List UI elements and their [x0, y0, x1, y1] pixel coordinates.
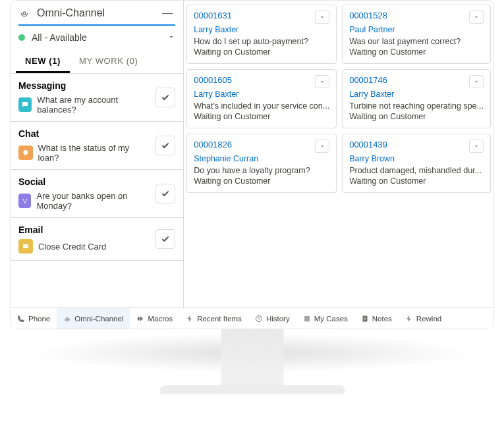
case-status: Waiting on Customer [349, 112, 484, 121]
utility-label: History [266, 315, 290, 323]
case-menu-button[interactable] [315, 140, 329, 153]
email-icon [18, 239, 33, 254]
utility-macros[interactable]: Macros [130, 308, 179, 329]
accept-button[interactable] [155, 88, 175, 107]
case-subject: Product damaged, mishandled dur... [349, 166, 484, 175]
messaging-icon [18, 97, 32, 112]
utility-history[interactable]: History [248, 308, 296, 329]
work-item: Email Close Credit Card [11, 218, 183, 261]
case-number-link[interactable]: 00001826 [194, 140, 315, 149]
case-card: 00001439 Barry Brown Product damaged, mi… [342, 134, 491, 193]
app-screen: Omni-Channel — All - Available NEW (1) M… [11, 1, 493, 329]
case-number-link[interactable]: 00001631 [194, 11, 315, 20]
status-indicator-icon [18, 34, 25, 41]
svg-point-6 [67, 317, 69, 319]
chevron-down-icon [167, 33, 175, 43]
tab-new[interactable]: NEW (1) [16, 49, 70, 73]
svg-rect-11 [362, 315, 367, 321]
rewind-icon [405, 315, 413, 323]
svg-point-4 [24, 202, 26, 203]
monitor-stand-neck [221, 329, 283, 388]
case-status: Waiting on Customer [194, 47, 329, 57]
minimize-button[interactable]: — [159, 7, 175, 19]
utility-phone[interactable]: Phone [11, 308, 57, 329]
svg-rect-8 [304, 316, 310, 317]
svg-rect-5 [23, 244, 28, 248]
omni-tabs: NEW (1) MY WORK (0) [11, 49, 183, 74]
case-menu-button[interactable] [469, 75, 484, 88]
utility-my-cases[interactable]: My Cases [296, 308, 354, 329]
case-status: Waiting on Customer [194, 112, 329, 121]
omni-title: Omni-Channel [37, 7, 159, 19]
utility-label: Phone [28, 315, 50, 323]
work-channel-label: Chat [18, 128, 150, 139]
work-message: What are my account balances? [37, 95, 150, 115]
case-subject: How do I set up auto-payment? [194, 37, 329, 46]
monitor-stand-base [160, 385, 345, 394]
work-message: What is the status of my loan? [38, 143, 151, 163]
case-subject: Was our last payment correct? [349, 37, 484, 46]
case-menu-button[interactable] [315, 11, 329, 24]
tab-my-work[interactable]: MY WORK (0) [70, 49, 147, 73]
case-contact-link[interactable]: Barry Brown [349, 154, 484, 163]
case-contact-link[interactable]: Larry Baxter [349, 90, 484, 99]
svg-rect-10 [304, 320, 310, 321]
utility-bar: Phone Omni-Channel Macros Recent Items H… [11, 308, 493, 329]
case-subject: Turbine not reaching operating spe... [349, 101, 484, 111]
case-contact-link[interactable]: Larry Baxter [194, 90, 329, 99]
omni-channel-icon [18, 7, 30, 19]
cases-icon [303, 315, 311, 323]
phone-icon [17, 315, 25, 323]
recent-icon [186, 315, 194, 323]
history-icon [255, 315, 263, 323]
accept-button[interactable] [155, 229, 175, 249]
case-number-link[interactable]: 00001605 [194, 75, 315, 85]
case-contact-link[interactable]: Larry Baxter [194, 25, 329, 34]
case-status: Waiting on Customer [349, 176, 484, 186]
case-subject: Do you have a loyalty program? [194, 166, 329, 175]
case-status: Waiting on Customer [194, 176, 329, 186]
work-item: Chat What is the status of my loan? [11, 122, 183, 170]
utility-recent-items[interactable]: Recent Items [179, 308, 248, 329]
work-message: Close Credit Card [38, 242, 106, 252]
case-contact-link[interactable]: Stephanie Curran [194, 154, 329, 163]
case-card: 00001631 Larry Baxter How do I set up au… [186, 5, 337, 64]
case-card: 00001605 Larry Baxter What's included in… [186, 69, 337, 128]
utility-notes[interactable]: Notes [354, 308, 399, 329]
macros-icon [136, 315, 144, 323]
svg-point-1 [23, 150, 28, 155]
social-icon [18, 194, 31, 208]
utility-label: Rewind [416, 315, 441, 323]
case-subject: What's included in your service con... [194, 101, 329, 111]
accept-button[interactable] [155, 136, 175, 155]
case-number-link[interactable]: 00001439 [349, 140, 469, 149]
work-channel-label: Social [18, 176, 150, 187]
work-channel-label: Email [18, 225, 150, 235]
svg-point-0 [23, 12, 26, 14]
omni-channel-icon [63, 315, 71, 323]
main-row: Omni-Channel — All - Available NEW (1) M… [11, 1, 493, 308]
monitor-screen: Omni-Channel — All - Available NEW (1) M… [10, 0, 494, 329]
case-status: Waiting on Customer [349, 47, 484, 57]
case-menu-button[interactable] [315, 75, 329, 88]
utility-label: Notes [372, 315, 392, 323]
case-number-link[interactable]: 00001746 [349, 75, 469, 85]
case-cards-grid: 00001631 Larry Baxter How do I set up au… [184, 1, 493, 308]
utility-omni-channel[interactable]: Omni-Channel [57, 308, 130, 329]
omni-header: Omni-Channel — [11, 1, 183, 24]
work-list: Messaging What are my account balances? [11, 74, 183, 308]
utility-label: Omni-Channel [74, 315, 123, 323]
work-message: Are your banks open on Monday? [36, 191, 150, 211]
case-menu-button[interactable] [469, 11, 484, 24]
case-card: 00001746 Larry Baxter Turbine not reachi… [342, 69, 491, 128]
svg-rect-9 [304, 318, 310, 319]
omni-panel: Omni-Channel — All - Available NEW (1) M… [11, 1, 184, 308]
work-channel-label: Messaging [18, 80, 150, 91]
case-number-link[interactable]: 00001528 [349, 11, 469, 20]
presence-status-dropdown[interactable]: All - Available [11, 26, 183, 49]
accept-button[interactable] [155, 184, 175, 203]
case-menu-button[interactable] [469, 140, 484, 153]
case-card: 00001528 Paul Partner Was our last payme… [342, 5, 491, 64]
utility-rewind[interactable]: Rewind [399, 308, 448, 329]
case-contact-link[interactable]: Paul Partner [349, 25, 484, 34]
